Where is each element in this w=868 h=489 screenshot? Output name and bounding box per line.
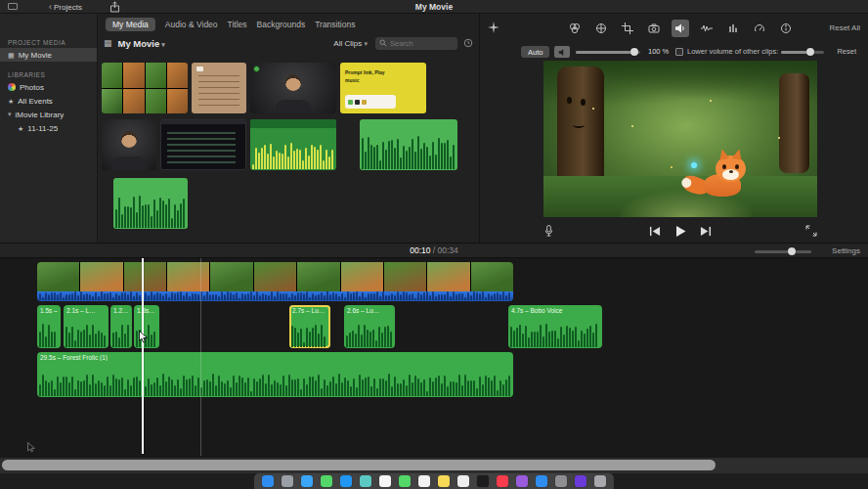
enhance-icon[interactable] [488, 22, 499, 33]
search-icon [379, 39, 387, 47]
audio-clip-6[interactable]: 2.6s – Lu… [344, 305, 395, 348]
audio-clip-3[interactable]: 1.2… [110, 305, 132, 348]
video-audio-track[interactable] [37, 291, 513, 301]
stabilization-icon[interactable] [645, 20, 663, 37]
dock-icon-trash[interactable] [594, 475, 606, 487]
sidebar-item-my-movie[interactable]: ▦ My Movie [0, 48, 97, 62]
playhead[interactable] [142, 258, 144, 454]
dock-icon-facetime[interactable] [399, 475, 411, 487]
video-preview [543, 61, 817, 217]
audio-clip-forest-frolic[interactable]: 29.5s – Forest Frolic (1) [37, 352, 513, 397]
audio-clip-bobo-voice[interactable]: 4.7s – Bobo Voice [508, 305, 602, 348]
waveform [39, 373, 511, 396]
dock-icon-imovie[interactable] [575, 475, 586, 487]
dock-icon-maps[interactable] [360, 475, 371, 487]
volume-icon[interactable] [672, 20, 689, 37]
tab-titles[interactable]: Titles [228, 20, 247, 29]
share-icon[interactable] [109, 1, 120, 13]
dock-icon-appstore[interactable] [536, 475, 547, 487]
dock-icon-launchpad[interactable] [282, 475, 293, 487]
clock-icon[interactable] [463, 38, 473, 48]
cartoon-fox [694, 146, 762, 197]
sidebar-item-photos[interactable]: Photos [0, 80, 97, 94]
thumbnail-webcam-person-2[interactable] [102, 119, 156, 170]
media-browser: My Media Audio & Video Titles Background… [98, 14, 479, 243]
sidebar-item-event-11-11-25[interactable]: ★ 11-11-25 [0, 121, 97, 135]
noise-reduction-icon[interactable] [698, 20, 716, 37]
duck-slider[interactable] [781, 51, 824, 54]
crop-icon[interactable] [619, 20, 636, 37]
clip-size-slider[interactable] [755, 250, 811, 253]
color-correction-icon[interactable] [592, 20, 610, 37]
equalizer-icon[interactable] [724, 20, 742, 37]
speaker-button[interactable] [554, 46, 570, 58]
sidebar-item-imovie-library[interactable]: ▾ iMovie Library [0, 108, 97, 121]
dock-icon-finder[interactable] [262, 475, 274, 487]
dock-icon-safari[interactable] [301, 475, 313, 487]
clip-size-knob[interactable] [788, 247, 796, 255]
pointer-tool-icon [27, 442, 36, 453]
thumbnail-fox-montage[interactable] [102, 63, 188, 113]
play-button[interactable] [674, 225, 686, 238]
thumbnail-audio-clip-1[interactable] [250, 119, 336, 170]
lower-volume-checkbox[interactable] [675, 48, 683, 56]
speed-icon[interactable] [751, 20, 768, 37]
waveform [115, 194, 186, 228]
preview-frame-forest-fox [543, 61, 817, 217]
thumbnail-notes[interactable] [192, 63, 246, 113]
dock-icon-tv[interactable] [477, 475, 489, 487]
waveform [252, 141, 334, 169]
voiceover-mic-icon[interactable] [543, 224, 554, 238]
status-badge [253, 66, 260, 72]
dock-icon-podcasts[interactable] [516, 475, 528, 487]
thumbnail-yellow-slide[interactable]: Prompt link, Play music [340, 63, 426, 113]
mouse-cursor [139, 331, 149, 343]
audio-clip-2[interactable]: 2.1s – L… [64, 305, 108, 348]
dock-icon-calendar[interactable] [418, 475, 430, 487]
dock-icon-reminders[interactable] [457, 475, 469, 487]
imovie-window: ‹ Projects My Movie PROJECT MEDIA ▦ My M… [0, 0, 868, 489]
audio-clip-1[interactable]: 1.5s – [37, 305, 61, 348]
dock-icon-notes[interactable] [438, 475, 450, 487]
volume-slider-knob[interactable] [630, 48, 638, 56]
dock-icon-settings[interactable] [555, 475, 567, 487]
timeline[interactable]: 1.5s – 2.1s – L… 1.2… 1.3s… 2.7s – Lu… 2… [0, 258, 868, 458]
info-icon[interactable] [777, 20, 795, 37]
sidebar-item-all-events[interactable]: ★ All Events [0, 94, 97, 108]
thumbnail-webcam-person[interactable] [250, 63, 336, 113]
dock-icon-mail[interactable] [340, 475, 352, 487]
tab-backgrounds[interactable]: Backgrounds [257, 20, 306, 29]
video-clip-filmstrip[interactable] [37, 262, 513, 291]
skimmer-line [200, 258, 201, 456]
tab-my-media[interactable]: My Media [106, 18, 155, 31]
waveform [291, 322, 328, 347]
thumbnail-screen-recording[interactable] [160, 119, 246, 170]
duck-slider-knob[interactable] [806, 48, 814, 56]
dock-icon-music[interactable] [497, 475, 508, 487]
reset-all-button[interactable]: Reset All [829, 23, 860, 32]
timeline-settings-button[interactable]: Settings [832, 246, 860, 255]
tab-audio-video[interactable]: Audio & Video [165, 20, 218, 29]
audio-clip-5-selected[interactable]: 2.7s – Lu… [289, 305, 330, 348]
fullscreen-icon[interactable] [805, 225, 817, 237]
tab-transitions[interactable]: Transitions [315, 20, 355, 29]
search-box[interactable] [375, 37, 457, 50]
color-balance-icon[interactable] [566, 20, 584, 37]
previous-frame-button[interactable] [649, 226, 661, 237]
all-clips-filter[interactable]: All Clips ▾ [333, 39, 368, 48]
dock-icon-photos[interactable] [379, 475, 391, 487]
horizontal-scrollbar[interactable] [0, 458, 868, 473]
scrollbar-thumb[interactable] [2, 460, 716, 470]
clip-view-icon[interactable]: ▦ [104, 39, 112, 48]
reset-button[interactable]: Reset [837, 47, 856, 56]
waveform [39, 291, 511, 300]
next-frame-button[interactable] [700, 226, 712, 237]
volume-slider[interactable] [576, 51, 640, 54]
thumbnail-audio-clip-2[interactable] [360, 119, 457, 170]
search-input[interactable] [390, 39, 454, 48]
tree-with-face [557, 67, 604, 182]
back-to-projects-button[interactable]: ‹ Projects [49, 0, 82, 14]
thumbnail-audio-clip-3[interactable] [113, 178, 188, 229]
auto-button[interactable]: Auto [521, 46, 549, 58]
dock-icon-messages[interactable] [321, 475, 332, 487]
